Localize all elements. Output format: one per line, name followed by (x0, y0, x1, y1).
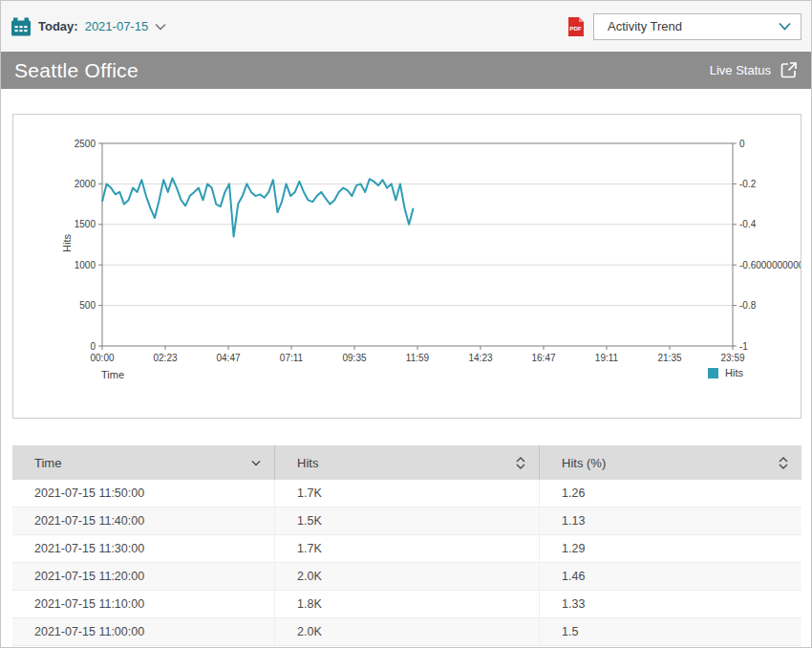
x-tick-label: 19:11 (595, 353, 619, 363)
plot-border (102, 143, 733, 346)
today-date: 2021-07-15 (85, 19, 149, 33)
report-type-dropdown-value: Activity Trend (608, 19, 682, 33)
y2-tick-label: -1 (739, 341, 748, 352)
y-tick-label: 1500 (75, 219, 96, 229)
hits-percent-cell: 1.46 (540, 563, 801, 590)
table-body: 2021-07-15 11:50:001.7K1.262021-07-15 11… (12, 480, 801, 646)
top-bar-actions: PDF Activity Trend (567, 13, 801, 40)
legend-swatch-hits (708, 368, 718, 378)
x-tick-label: 07:11 (280, 353, 304, 363)
y2-tick-label: -0.4 (739, 219, 757, 229)
y-tick-label: 2000 (75, 179, 96, 189)
top-bar: Today: 2021-07-15 PDF Activity Trend (1, 1, 811, 52)
calendar-icon (11, 16, 32, 37)
y-tick-label: 1000 (75, 260, 96, 270)
hits-table: TimeHitsHits (%) 2021-07-15 11:50:001.7K… (12, 445, 801, 646)
table-row: 2021-07-15 11:40:001.5K1.13 (12, 508, 801, 535)
sort-desc-icon[interactable] (251, 460, 261, 466)
hits-cell: 2.0K (275, 563, 540, 590)
x-tick-label: 04:47 (216, 353, 240, 363)
chevron-down-icon (779, 22, 791, 31)
activity-trend-chart: 050010001500200025000-0.2-0.4-0.60000000… (13, 115, 801, 418)
hits-line-series (102, 179, 414, 237)
hits-percent-cell: 1.5 (540, 618, 801, 645)
table-header-row: TimeHitsHits (%) (12, 445, 801, 480)
sort-icon[interactable] (779, 457, 788, 469)
activity-trend-chart-card: 050010001500200025000-0.2-0.4-0.60000000… (12, 114, 801, 419)
x-tick-label: 21:35 (657, 353, 681, 363)
y-tick-label: 0 (90, 341, 96, 352)
hits-percent-cell: 1.13 (540, 508, 801, 534)
y2-tick-label: -0.8 (739, 300, 757, 311)
y-tick-label: 2500 (75, 139, 96, 149)
time-cell: 2021-07-15 11:50:00 (12, 480, 275, 507)
hits-cell: 1.5K (275, 508, 540, 534)
time-cell: 2021-07-15 11:10:00 (12, 591, 275, 617)
hits-cell: 1.8K (275, 591, 540, 617)
page-title: Seattle Office (14, 59, 139, 82)
y2-tick-label: 0 (739, 139, 745, 149)
x-tick-label: 11:59 (406, 353, 430, 363)
y2-tick-label: -0.2 (739, 179, 757, 189)
live-status-label: Live Status (710, 63, 771, 77)
time-cell: 2021-07-15 11:40:00 (12, 508, 275, 534)
table-row: 2021-07-15 11:30:001.7K1.29 (12, 535, 801, 563)
column-header-label: Time (34, 456, 61, 470)
hits-cell: 2.0K (275, 618, 540, 645)
time-cell: 2021-07-15 11:00:00 (12, 618, 275, 645)
svg-text:PDF: PDF (569, 25, 582, 32)
x-tick-label: 16:47 (531, 353, 555, 363)
x-tick-label: 09:35 (342, 353, 366, 363)
live-status-link[interactable]: Live Status (710, 61, 798, 79)
date-picker[interactable]: Today: 2021-07-15 (11, 16, 166, 37)
y-axis-title: Hits (61, 229, 73, 252)
report-type-dropdown[interactable]: Activity Trend (593, 13, 801, 40)
table-row: 2021-07-15 11:50:001.7K1.26 (12, 480, 801, 508)
export-pdf-button[interactable]: PDF (567, 17, 584, 36)
sort-icon[interactable] (516, 457, 525, 469)
title-bar: Seattle Office Live Status (1, 52, 811, 89)
x-tick-label: 02:23 (153, 353, 177, 363)
chart-legend: Hits (708, 367, 743, 378)
column-header-label: Hits (%) (562, 456, 606, 470)
y-tick-label: 500 (79, 300, 96, 311)
hits-percent-cell: 1.26 (540, 480, 801, 507)
x-tick-label: 14:23 (468, 353, 492, 363)
column-header-label: Hits (297, 456, 318, 470)
x-axis-title: Time (101, 369, 124, 380)
today-label: Today: (38, 19, 78, 33)
external-link-icon (780, 61, 798, 79)
table-row: 2021-07-15 11:20:002.0K1.46 (12, 563, 801, 591)
dashboard-page: Today: 2021-07-15 PDF Activity Trend (0, 0, 812, 648)
time-cell: 2021-07-15 11:30:00 (12, 535, 275, 562)
hits-cell: 1.7K (275, 535, 540, 562)
column-header-time[interactable]: Time (12, 445, 275, 480)
column-header-hits[interactable]: Hits (275, 445, 540, 480)
y2-tick-label: -0.6000000000 (739, 260, 801, 270)
legend-label-hits: Hits (725, 367, 743, 378)
column-header-hits[interactable]: Hits (%) (540, 445, 801, 480)
table-row: 2021-07-15 11:10:001.8K1.33 (12, 591, 801, 618)
time-cell: 2021-07-15 11:20:00 (12, 563, 275, 590)
x-tick-label: 00:00 (90, 353, 114, 363)
table-row: 2021-07-15 11:00:002.0K1.5 (12, 618, 801, 646)
hits-percent-cell: 1.29 (540, 535, 801, 562)
x-tick-label: 23:59 (720, 353, 744, 363)
hits-percent-cell: 1.33 (540, 591, 801, 617)
hits-cell: 1.7K (275, 480, 540, 507)
chevron-down-icon (155, 23, 166, 31)
